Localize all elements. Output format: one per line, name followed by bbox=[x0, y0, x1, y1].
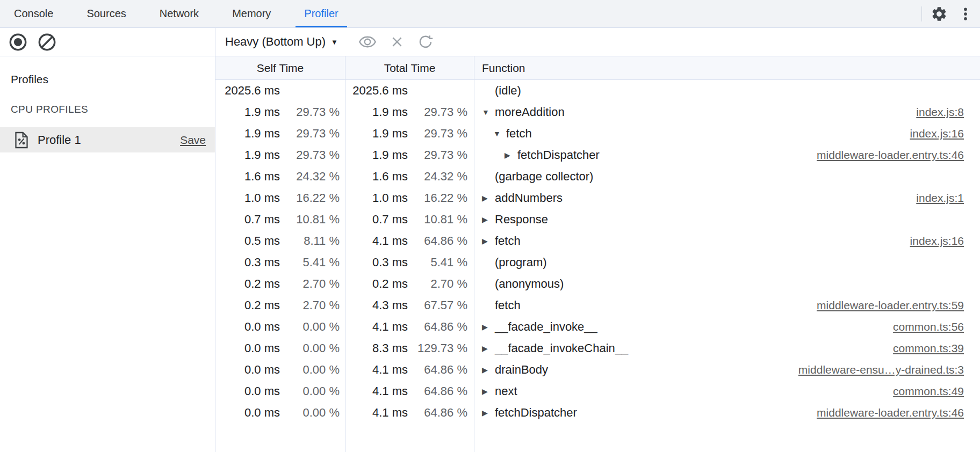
source-location-link[interactable]: common.ts:39 bbox=[893, 342, 964, 355]
total-time-ms: 2025.6 ms bbox=[345, 84, 408, 98]
function-cell: ▶ __facade_invokeChain__ common.ts:39 bbox=[474, 338, 980, 359]
total-time-cell: 1.9 ms 29.73 % bbox=[345, 101, 474, 123]
table-row[interactable]: 0.2 ms 2.70 % 4.3 ms 67.57 % fetch middl… bbox=[215, 295, 980, 316]
function-name: (program) bbox=[495, 256, 547, 269]
more-options-menu-button[interactable] bbox=[956, 5, 975, 23]
total-time-percent: 29.73 % bbox=[408, 148, 467, 162]
focus-selected-button[interactable] bbox=[357, 32, 378, 52]
tree-toggle-icon[interactable]: ▼ bbox=[482, 108, 495, 116]
source-location-link[interactable]: index.js:8 bbox=[916, 106, 964, 119]
self-time-percent: 0.00 % bbox=[280, 363, 340, 377]
eye-icon bbox=[358, 33, 377, 51]
column-header-self-time[interactable]: Self Time bbox=[215, 56, 345, 79]
self-time-percent: 0.00 % bbox=[280, 406, 340, 420]
total-time-ms: 0.7 ms bbox=[345, 213, 408, 227]
total-time-ms: 1.9 ms bbox=[345, 148, 408, 162]
save-profile-link[interactable]: Save bbox=[180, 134, 206, 147]
source-location-link[interactable]: common.ts:56 bbox=[893, 320, 964, 333]
self-time-cell: 0.2 ms 2.70 % bbox=[215, 273, 345, 295]
function-cell: ▶ Response bbox=[474, 209, 980, 230]
tree-toggle-icon[interactable]: ▼ bbox=[493, 129, 506, 138]
self-time-ms: 0.3 ms bbox=[215, 256, 280, 269]
record-icon bbox=[9, 33, 27, 52]
source-location-link[interactable]: index.js:16 bbox=[910, 235, 964, 247]
tab-memory[interactable]: Memory bbox=[224, 0, 279, 27]
self-time-percent: 24.32 % bbox=[280, 170, 340, 184]
source-location-link[interactable]: middleware-ensu…y-drained.ts:3 bbox=[798, 363, 964, 376]
tree-toggle-icon[interactable]: ▶ bbox=[482, 194, 495, 202]
function-name: (idle) bbox=[495, 84, 521, 98]
self-time-cell: 0.0 ms 0.00 % bbox=[215, 316, 345, 338]
total-time-percent: 64.86 % bbox=[408, 234, 467, 248]
function-name: fetch bbox=[495, 234, 521, 248]
sidebar-toolbar bbox=[0, 28, 215, 56]
sidebar-item-profile-1[interactable]: Profile 1 Save bbox=[0, 127, 215, 152]
source-location-link[interactable]: index.js:1 bbox=[916, 192, 964, 205]
function-cell: ▶ __facade_invoke__ common.ts:56 bbox=[474, 316, 980, 338]
table-row[interactable]: 0.0 ms 0.00 % 4.1 ms 64.86 % ▶ drainBody… bbox=[215, 359, 980, 381]
self-time-ms: 1.9 ms bbox=[215, 105, 280, 119]
self-time-ms: 0.0 ms bbox=[215, 384, 280, 398]
total-time-cell: 1.6 ms 24.32 % bbox=[345, 166, 474, 187]
total-time-cell: 0.3 ms 5.41 % bbox=[345, 252, 474, 273]
devtools-tabbar: Console Sources Network Memory Profiler bbox=[0, 0, 980, 28]
total-time-ms: 4.1 ms bbox=[345, 320, 408, 334]
table-row[interactable]: 2025.6 ms 2025.6 ms (idle) bbox=[215, 80, 980, 101]
tree-toggle-icon[interactable]: ▶ bbox=[505, 151, 517, 159]
tree-toggle-icon[interactable]: ▶ bbox=[482, 237, 495, 245]
table-row[interactable]: 0.0 ms 0.00 % 4.1 ms 64.86 % ▶ next comm… bbox=[215, 381, 980, 402]
table-row[interactable]: 1.9 ms 29.73 % 1.9 ms 29.73 % ▶ fetchDis… bbox=[215, 144, 980, 166]
tree-toggle-icon[interactable]: ▶ bbox=[482, 387, 495, 396]
total-time-cell: 0.7 ms 10.81 % bbox=[345, 209, 474, 230]
self-time-cell: 1.6 ms 24.32 % bbox=[215, 166, 345, 187]
tree-toggle-icon[interactable]: ▶ bbox=[482, 344, 495, 353]
column-header-function[interactable]: Function bbox=[474, 56, 980, 79]
total-time-cell: 1.9 ms 29.73 % bbox=[345, 144, 474, 166]
function-cell: (program) bbox=[474, 252, 980, 273]
sidebar-body: Profiles CPU PROFILES Profile 1 Save bbox=[0, 56, 215, 452]
total-time-cell: 0.2 ms 2.70 % bbox=[345, 273, 474, 295]
tab-sources[interactable]: Sources bbox=[78, 0, 134, 27]
tree-toggle-icon[interactable]: ▶ bbox=[482, 409, 495, 417]
column-header-total-time[interactable]: Total Time bbox=[345, 56, 474, 79]
tree-toggle-icon[interactable]: ▶ bbox=[482, 215, 495, 224]
tab-console[interactable]: Console bbox=[5, 0, 62, 27]
source-location-link[interactable]: index.js:16 bbox=[910, 127, 964, 140]
table-row[interactable]: 0.7 ms 10.81 % 0.7 ms 10.81 % ▶ Response bbox=[215, 209, 980, 230]
table-row[interactable]: 1.9 ms 29.73 % 1.9 ms 29.73 % ▼ fetch in… bbox=[215, 123, 980, 144]
tab-profiler[interactable]: Profiler bbox=[296, 0, 347, 27]
tree-toggle-icon[interactable]: ▶ bbox=[482, 366, 495, 374]
profiler-content: Heavy (Bottom Up) ▼ bbox=[215, 28, 980, 452]
self-time-ms: 2025.6 ms bbox=[215, 84, 280, 98]
settings-button[interactable] bbox=[929, 4, 949, 24]
table-row[interactable]: 0.0 ms 0.00 % 8.3 ms 129.73 % ▶ __facade… bbox=[215, 338, 980, 359]
function-cell: (idle) bbox=[474, 80, 980, 101]
table-row[interactable]: 1.9 ms 29.73 % 1.9 ms 29.73 % ▼ moreAddi… bbox=[215, 101, 980, 123]
clear-profiles-button[interactable] bbox=[37, 32, 57, 53]
source-location-link[interactable]: common.ts:49 bbox=[893, 385, 964, 398]
source-location-link[interactable]: middleware-loader.entry.ts:59 bbox=[817, 299, 964, 312]
total-time-cell: 4.1 ms 64.86 % bbox=[345, 359, 474, 381]
table-row[interactable]: 1.0 ms 16.22 % 1.0 ms 16.22 % ▶ addNumbe… bbox=[215, 187, 980, 209]
table-row[interactable]: 1.6 ms 24.32 % 1.6 ms 24.32 % (garbage c… bbox=[215, 166, 980, 187]
self-time-ms: 0.2 ms bbox=[215, 277, 280, 291]
table-row[interactable]: 0.5 ms 8.11 % 4.1 ms 64.86 % ▶ fetch ind… bbox=[215, 230, 980, 252]
self-time-cell: 0.0 ms 0.00 % bbox=[215, 359, 345, 381]
total-time-ms: 1.9 ms bbox=[345, 105, 408, 119]
table-row[interactable]: 0.0 ms 0.00 % 4.1 ms 64.86 % ▶ fetchDisp… bbox=[215, 402, 980, 424]
table-row[interactable]: 0.0 ms 0.00 % 4.1 ms 64.86 % ▶ __facade_… bbox=[215, 316, 980, 338]
exclude-selected-button[interactable] bbox=[388, 33, 406, 50]
record-profile-button[interactable] bbox=[8, 32, 28, 53]
source-location-link[interactable]: middleware-loader.entry.ts:46 bbox=[817, 406, 964, 419]
function-name: fetch bbox=[506, 127, 532, 141]
function-cell: fetch middleware-loader.entry.ts:59 bbox=[474, 295, 980, 316]
tree-toggle-icon[interactable]: ▶ bbox=[482, 323, 495, 331]
table-row[interactable]: 0.2 ms 2.70 % 0.2 ms 2.70 % (anonymous) bbox=[215, 273, 980, 295]
function-name: fetchDispatcher bbox=[517, 148, 600, 162]
view-mode-select[interactable]: Heavy (Bottom Up) ▼ bbox=[225, 35, 338, 49]
grid-body: 2025.6 ms 2025.6 ms (idle) 1.9 ms 29.73 … bbox=[215, 80, 980, 452]
table-row[interactable]: 0.3 ms 5.41 % 0.3 ms 5.41 % (program) bbox=[215, 252, 980, 273]
restore-nodes-button[interactable] bbox=[416, 33, 435, 51]
source-location-link[interactable]: middleware-loader.entry.ts:46 bbox=[817, 149, 964, 162]
tab-network[interactable]: Network bbox=[151, 0, 207, 27]
